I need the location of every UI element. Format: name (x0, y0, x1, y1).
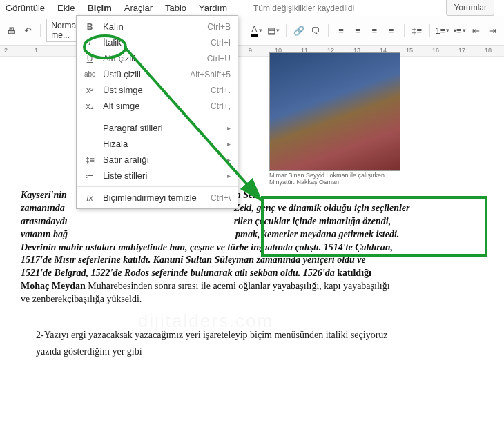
highlight-color-button[interactable]: ▤▾ (266, 23, 280, 38)
decrease-indent-icon[interactable]: ⇤ (469, 23, 483, 38)
menu-help[interactable]: Yardım (199, 3, 227, 13)
subscript-icon: x₂ (84, 101, 96, 111)
italic-icon: I (84, 37, 96, 48)
menu-separator (77, 186, 238, 187)
line-spacing-icon: ‡≡ (84, 155, 96, 165)
menu-item-strikethrough[interactable]: abc Üstü çizili Alt+Shift+5 (77, 66, 238, 82)
list-icon: ≔ (84, 171, 96, 181)
numbered-list-icon[interactable]: 1≡▾ (436, 23, 450, 38)
clear-format-icon: Ix (84, 193, 96, 203)
menu-item-clear-formatting[interactable]: Ix Biçimlendirmeyi temizle Ctrl+\ (77, 190, 238, 206)
text-color-button[interactable]: A▾ (249, 23, 263, 38)
increase-indent-icon[interactable]: ⇥ (486, 23, 500, 38)
menu-insert[interactable]: Ekle (57, 3, 75, 13)
comments-button[interactable]: Yorumlar (446, 0, 494, 16)
bold-icon: B (84, 22, 96, 32)
format-dropdown: B Kalın Ctrl+B I İtalik Ctrl+I U Altı çi… (76, 15, 238, 209)
menu-view[interactable]: Görüntüle (6, 3, 45, 13)
undo-icon[interactable]: ↶ (21, 23, 35, 38)
align-left-icon[interactable]: ≡ (334, 23, 348, 38)
align-justify-icon[interactable]: ≡ (384, 23, 398, 38)
submenu-arrow-icon: ▸ (227, 172, 231, 179)
submenu-arrow-icon: ▸ (227, 156, 231, 163)
menu-item-bold[interactable]: B Kalın Ctrl+B (77, 19, 238, 34)
menu-table[interactable]: Tablo (165, 3, 186, 13)
miniature-image (269, 52, 400, 171)
insert-link-icon[interactable]: 🔗 (292, 23, 306, 38)
bulleted-list-icon[interactable]: •≡▾ (452, 23, 466, 38)
menu-item-italic[interactable]: I İtalik Ctrl+I (77, 34, 238, 50)
image-caption: Mimar Sinan Seyyid Lokman ile çalışırken… (269, 171, 400, 186)
menu-separator (77, 117, 238, 117)
menubar: Görüntüle Ekle Biçim Araçlar Tablo Yardı… (0, 0, 504, 16)
menu-item-line-spacing[interactable]: ‡≡ Satır aralığı ▸ (77, 152, 238, 168)
insert-comment-icon[interactable]: 🗨 (309, 23, 322, 38)
line-spacing-icon[interactable]: ‡≡ (409, 23, 423, 38)
print-icon[interactable]: 🖶 (4, 23, 18, 38)
document-image[interactable]: Mimar Sinan Seyyid Lokman ile çalışırken… (269, 52, 400, 183)
strikethrough-icon: abc (84, 70, 96, 78)
menu-item-align[interactable]: Hizala ▸ (77, 136, 238, 152)
underline-icon: U (84, 54, 96, 63)
menu-item-underline[interactable]: U Altı çizili Ctrl+U (77, 50, 238, 66)
menu-item-list-styles[interactable]: ≔ Liste stilleri ▸ (77, 168, 238, 183)
menu-item-superscript[interactable]: x² Üst simge Ctrl+. (77, 82, 238, 98)
menu-item-paragraph-styles[interactable]: Paragraf stilleri ▸ (77, 120, 238, 136)
submenu-arrow-icon: ▸ (227, 140, 231, 148)
align-center-icon[interactable]: ≡ (351, 23, 365, 38)
superscript-icon: x² (84, 86, 96, 95)
instruction-text: 2-Yazıyı ergi yazacaksak yazacağımız yer… (36, 327, 471, 360)
menu-item-subscript[interactable]: x₂ Alt simge Ctrl+, (77, 98, 238, 114)
align-right-icon[interactable]: ≡ (367, 23, 381, 38)
menu-format[interactable]: Biçim (87, 3, 111, 13)
submenu-arrow-icon: ▸ (227, 124, 231, 132)
save-status: Tüm değişiklikler kaydedildi (253, 3, 354, 13)
menu-tools[interactable]: Araçlar (124, 3, 153, 13)
